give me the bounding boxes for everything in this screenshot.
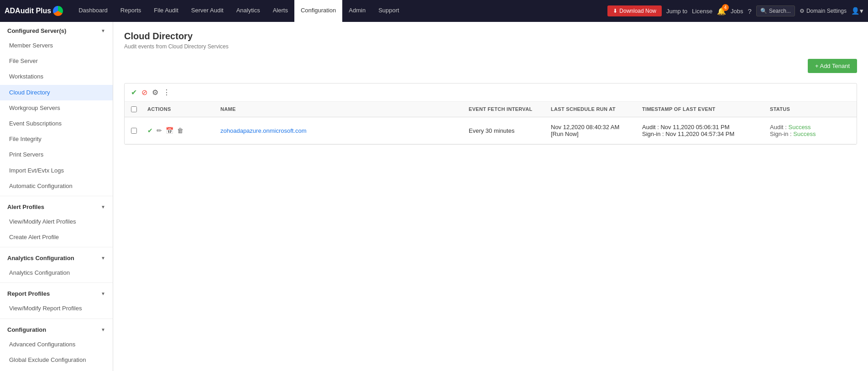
enable-icon[interactable]: ✔ [131, 88, 137, 97]
chevron-down-icon-3: ▼ [101, 256, 105, 261]
sidebar-item-member-servers[interactable]: Member Servers [0, 38, 113, 53]
sidebar-divider-1 [0, 196, 113, 196]
sidebar-item-analytics-configuration[interactable]: Analytics Configuration [0, 265, 113, 281]
nav-item-reports[interactable]: Reports [114, 0, 148, 22]
sidebar-item-file-server[interactable]: File Server [0, 53, 113, 69]
th-checkbox [125, 106, 143, 112]
row-enable-icon[interactable]: ✔ [147, 127, 153, 134]
download-btn-label: Download Now [619, 8, 656, 14]
th-name: NAME [216, 106, 464, 112]
sidebar: Configured Server(s) ▼ Member Servers Fi… [0, 22, 113, 371]
app-logo[interactable]: ADAudit Plus [5, 6, 63, 16]
domain-settings-label: Domain Settings [806, 8, 847, 14]
sidebar-item-advanced-configurations[interactable]: Advanced Configurations [0, 337, 113, 352]
search-label: Search... [769, 8, 791, 14]
top-right-actions: ⬇ Download Now Jump to License 🔔 4 Jobs … [607, 5, 863, 16]
search-icon: 🔍 [760, 8, 767, 14]
content-area: Cloud Directory Audit events from Cloud … [113, 22, 868, 371]
status-audit-row: Audit : Success [770, 124, 852, 131]
sidebar-item-view-modify-report-profiles[interactable]: View/Modify Report Profiles [0, 301, 113, 316]
search-box[interactable]: 🔍 Search... [756, 5, 795, 16]
nav-item-configuration[interactable]: Configuration [294, 0, 342, 22]
sidebar-item-cloud-directory[interactable]: Cloud Directory [0, 85, 113, 100]
status-audit-value: Success [788, 124, 810, 131]
page-subtitle: Audit events from Cloud Directory Servic… [124, 43, 857, 50]
sidebar-item-file-integrity[interactable]: File Integrity [0, 131, 113, 147]
configuration-label: Configuration [7, 326, 46, 333]
th-actions: ACTIONS [143, 106, 216, 112]
row-delete-icon[interactable]: 🗑 [177, 127, 183, 134]
disable-icon[interactable]: ⊘ [141, 88, 147, 97]
alert-profiles-label: Alert Profiles [7, 204, 44, 210]
settings-icon[interactable]: ⚙ [152, 88, 158, 97]
nav-menu: DashboardReportsFile AuditServer AuditAn… [72, 0, 607, 22]
timestamp-audit: Audit : Nov 11,2020 05:06:31 PM [642, 124, 761, 131]
run-now-link[interactable]: [Run Now] [551, 131, 579, 137]
row-event-fetch-interval: Every 30 minutes [464, 127, 546, 134]
report-profiles-label: Report Profiles [7, 290, 50, 297]
status-signin-value: Success [793, 131, 816, 137]
download-icon: ⬇ [613, 8, 617, 14]
row-name[interactable]: zohoadapazure.onmicrosoft.com [216, 127, 464, 134]
cloud-directory-table: ✔ ⊘ ⚙ ⋮ ACTIONS NAME EVENT FETCH INTERVA… [124, 83, 857, 145]
th-status: STATUS [765, 106, 857, 112]
notification-badge: 4 [722, 4, 729, 11]
nav-item-server-audit[interactable]: Server Audit [185, 0, 230, 22]
sidebar-section-configured-servers[interactable]: Configured Server(s) ▼ [0, 22, 113, 38]
nav-item-analytics[interactable]: Analytics [230, 0, 267, 22]
sidebar-section-alert-profiles[interactable]: Alert Profiles ▼ [0, 198, 113, 214]
sidebar-item-workgroup-servers[interactable]: Workgroup Servers [0, 100, 113, 116]
row-status: Audit : Success Sign-in : Success [765, 124, 857, 137]
logo-circle-icon [53, 6, 63, 16]
status-signin-row: Sign-in : Success [770, 131, 852, 137]
jump-to-link[interactable]: Jump to [666, 8, 687, 15]
select-all-checkbox[interactable] [131, 106, 137, 112]
domain-settings-button[interactable]: ⚙ Domain Settings [800, 8, 847, 14]
sidebar-item-automatic-configuration[interactable]: Automatic Configuration [0, 178, 113, 194]
sidebar-item-view-modify-alert-profiles[interactable]: View/Modify Alert Profiles [0, 214, 113, 230]
sidebar-item-global-exclude-configuration[interactable]: Global Exclude Configuration [0, 352, 113, 368]
sidebar-divider-3 [0, 282, 113, 283]
nav-item-dashboard[interactable]: Dashboard [72, 0, 114, 22]
main-layout: Configured Server(s) ▼ Member Servers Fi… [0, 22, 868, 371]
sidebar-item-print-servers[interactable]: Print Servers [0, 147, 113, 162]
chevron-down-icon-5: ▼ [101, 327, 105, 332]
help-icon[interactable]: ? [748, 7, 752, 15]
sidebar-item-workstations[interactable]: Workstations [0, 69, 113, 84]
app-name: ADAudit Plus [5, 7, 51, 15]
nav-item-support[interactable]: Support [372, 0, 406, 22]
row-schedule-icon[interactable]: 📅 [166, 127, 173, 134]
chevron-down-icon: ▼ [101, 28, 105, 33]
row-edit-icon[interactable]: ✏ [157, 127, 162, 134]
status-audit-label: Audit : [770, 124, 787, 131]
sidebar-section-analytics-config[interactable]: Analytics Configuration ▼ [0, 249, 113, 265]
sidebar-divider-4 [0, 319, 113, 319]
chevron-down-icon-2: ▼ [101, 204, 105, 209]
sidebar-section-report-profiles[interactable]: Report Profiles ▼ [0, 285, 113, 301]
more-options-icon[interactable]: ⋮ [163, 88, 170, 97]
sidebar-divider-2 [0, 247, 113, 247]
status-signin-label: Sign-in : [770, 131, 792, 137]
sidebar-item-create-alert-profile[interactable]: Create Alert Profile [0, 230, 113, 245]
page-title: Cloud Directory [124, 31, 857, 42]
nav-item-admin[interactable]: Admin [342, 0, 372, 22]
bell-icon[interactable]: 🔔 4 [717, 7, 726, 16]
nav-item-file-audit[interactable]: File Audit [147, 0, 184, 22]
row-checkbox[interactable] [131, 128, 137, 134]
row-timestamp-last-event: Audit : Nov 11,2020 05:06:31 PM Sign-in … [638, 124, 765, 137]
timestamp-signin: Sign-in : Nov 11,2020 04:57:34 PM [642, 131, 761, 137]
sidebar-section-configuration[interactable]: Configuration ▼ [0, 321, 113, 337]
sidebar-item-import-evt-logs[interactable]: Import Evt/Evtx Logs [0, 163, 113, 178]
add-tenant-button[interactable]: + Add Tenant [808, 59, 857, 73]
user-icon[interactable]: 👤▾ [851, 7, 863, 15]
nav-item-alerts[interactable]: Alerts [267, 0, 294, 22]
row-actions-cell: ✔ ✏ 📅 🗑 [143, 127, 216, 134]
row-checkbox-cell [125, 128, 143, 134]
top-navigation: ADAudit Plus DashboardReportsFile AuditS… [0, 0, 868, 22]
download-now-button[interactable]: ⬇ Download Now [607, 5, 662, 16]
jobs-link[interactable]: Jobs [731, 8, 743, 15]
th-event-fetch-interval: EVENT FETCH INTERVAL [464, 106, 546, 112]
license-link[interactable]: License [692, 8, 712, 15]
configured-servers-label: Configured Server(s) [7, 27, 66, 34]
sidebar-item-event-subscriptions[interactable]: Event Subscriptions [0, 116, 113, 131]
